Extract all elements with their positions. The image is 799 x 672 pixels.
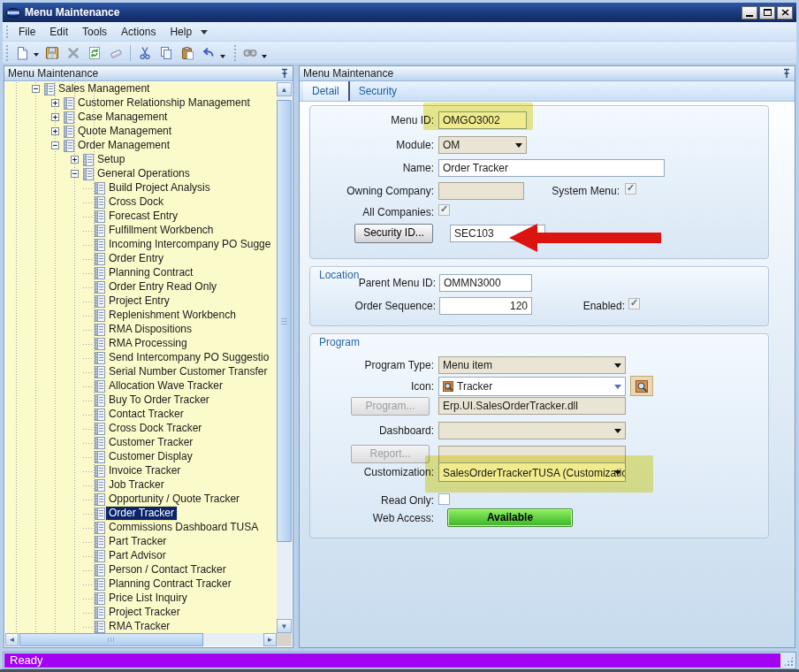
tree-item[interactable]: Build Project Analysis (5, 181, 277, 195)
menubar-grip[interactable] (5, 25, 9, 38)
scroll-right-icon[interactable]: ► (263, 633, 277, 646)
customization-dropdown[interactable]: SalesOrderTrackerTUSA (Customizatic (438, 462, 626, 482)
icon-dropdown[interactable]: Tracker (438, 377, 626, 396)
horizontal-scroll-thumb[interactable] (19, 633, 203, 646)
new-dropdown-icon[interactable] (34, 53, 39, 59)
tree-item-label[interactable]: Price List Inquiry (106, 592, 190, 605)
delete-button[interactable] (63, 43, 84, 63)
tree-item-label[interactable]: Customer Relationship Management (75, 96, 253, 110)
expand-icon[interactable]: + (51, 113, 59, 121)
tree-item[interactable]: Incoming Intercompany PO Sugge (5, 238, 277, 252)
menu-item-help[interactable]: Help (163, 23, 199, 41)
tree-item-label[interactable]: Planning Contract Tracker (106, 577, 234, 591)
expand-icon[interactable]: + (51, 99, 59, 107)
tree-item[interactable]: Commissions Dashboard TUSA (5, 521, 277, 535)
tree-item-label[interactable]: Replenishment Workbench (106, 309, 239, 322)
tree-item[interactable]: Contact Tracker (5, 408, 277, 422)
scroll-up-icon[interactable]: ▲ (277, 82, 292, 96)
close-button[interactable] (777, 6, 793, 19)
tree-item[interactable]: RMA Dispositions (5, 323, 277, 337)
find-button[interactable] (240, 43, 261, 63)
tree-item[interactable]: Invoice Tracker (5, 464, 277, 478)
maximize-button[interactable] (759, 6, 775, 19)
name-field[interactable]: Order Tracker (438, 159, 665, 177)
tree-item-label[interactable]: Customer Display (106, 450, 195, 463)
tree-item-label[interactable]: Allocation Wave Tracker (106, 379, 225, 393)
tree-item[interactable]: Project Entry (5, 294, 277, 309)
copy-button[interactable] (156, 43, 177, 63)
tree-item-label[interactable]: Cross Dock (106, 195, 166, 209)
tree-item-label[interactable]: Fulfillment Workbench (106, 224, 217, 237)
tree-item-label[interactable]: Send Intercompany PO Suggestio (106, 351, 271, 364)
tree-item[interactable]: −General Operations (5, 167, 277, 181)
pin-icon[interactable] (782, 68, 791, 79)
tree-item-label[interactable]: Case Management (75, 111, 170, 124)
tree-item[interactable]: Opportunity / Quote Tracker (5, 493, 277, 507)
scroll-left-icon[interactable]: ◄ (5, 633, 19, 646)
tree-item[interactable]: Customer Display (5, 450, 277, 464)
undo-button[interactable] (198, 43, 219, 63)
enabled-checkbox[interactable] (628, 298, 640, 309)
tree-item[interactable]: Project Tracker (5, 606, 277, 620)
chevron-down-icon[interactable] (611, 463, 625, 481)
scroll-down-icon[interactable]: ▼ (277, 619, 292, 633)
tree-item-label[interactable]: Person / Contact Tracker (106, 563, 229, 577)
tree-item-label[interactable]: Project Tracker (106, 606, 183, 619)
web-access-button[interactable]: Available (447, 508, 573, 527)
dashboard-dropdown[interactable] (438, 422, 626, 439)
collapse-icon[interactable]: − (71, 170, 79, 178)
tree-item[interactable]: −Sales Management (5, 82, 277, 96)
tree-item-label[interactable]: Setup (95, 153, 127, 166)
chevron-down-icon[interactable] (611, 357, 625, 373)
menu-id-field[interactable]: OMGO3002 (438, 111, 527, 129)
tab-security[interactable]: Security (350, 81, 406, 101)
menu-item-edit[interactable]: Edit (42, 23, 75, 41)
chevron-down-icon[interactable] (611, 378, 625, 395)
security-id-button[interactable]: Security ID... (354, 224, 433, 243)
tree-item[interactable]: Send Intercompany PO Suggestio (5, 351, 277, 365)
tree-item-label[interactable]: Serial Number Customer Transfer (106, 365, 270, 378)
tree-item-label[interactable]: General Operations (95, 167, 193, 180)
expand-icon[interactable]: + (51, 127, 59, 135)
tab-detail[interactable]: Detail (303, 81, 350, 101)
tree-item-label[interactable]: Project Entry (106, 294, 172, 308)
parent-menu-id-field[interactable]: OMMN3000 (439, 274, 532, 292)
tree-item-label[interactable]: Sales Management (56, 82, 152, 95)
vertical-scroll-thumb[interactable] (277, 100, 292, 542)
tree-item[interactable]: Replenishment Workbench (5, 309, 277, 323)
chevron-down-icon[interactable] (611, 423, 625, 439)
menu-item-actions[interactable]: Actions (114, 23, 163, 41)
tree-item-label[interactable]: RMA Tracker (106, 620, 172, 633)
tree-item-label[interactable]: Contact Tracker (106, 408, 186, 421)
tree-item-label[interactable]: Invoice Tracker (106, 464, 183, 477)
tree-item[interactable]: Allocation Wave Tracker (5, 379, 277, 393)
tree-item-label[interactable]: Order Management (75, 139, 172, 152)
undo-dropdown-icon[interactable] (220, 55, 225, 61)
collapse-icon[interactable]: − (51, 141, 59, 149)
tree-item-label[interactable]: Forecast Entry (106, 210, 180, 223)
tree-item[interactable]: +Case Management (5, 111, 277, 125)
tree-item-label[interactable]: Order Entry Read Only (106, 280, 219, 294)
tree-item-label[interactable]: Planning Contract (106, 266, 195, 279)
tree-item[interactable]: Order Entry (5, 252, 277, 266)
tree-item-label[interactable]: Job Tracker (106, 478, 167, 492)
tree-item-label[interactable]: Order Entry (106, 252, 166, 265)
refresh-button[interactable] (84, 43, 105, 63)
tree-item[interactable]: −Order Management (5, 139, 277, 153)
tree-item[interactable]: +Quote Management (5, 125, 277, 139)
new-button[interactable] (11, 43, 33, 63)
tree-item-label[interactable]: Buy To Order Tracker (106, 393, 212, 407)
tree-item[interactable]: Cross Dock (5, 195, 277, 210)
tree-item[interactable]: Forecast Entry (5, 210, 277, 224)
expand-icon[interactable]: + (71, 156, 79, 164)
minimize-button[interactable] (742, 6, 757, 19)
tree-item-label[interactable]: Part Advisor (106, 549, 169, 562)
tree-item[interactable]: RMA Processing (5, 337, 277, 351)
tree-item[interactable]: +Setup (5, 153, 277, 167)
tree-item[interactable]: Order Entry Read Only (5, 280, 277, 294)
tree-item[interactable]: Planning Contract (5, 266, 277, 280)
tree-item[interactable]: Job Tracker (5, 478, 277, 493)
tree-item-label[interactable]: Quote Management (75, 125, 174, 138)
tree-item[interactable]: Customer Tracker (5, 436, 277, 450)
tree-item[interactable]: Fulfillment Workbench (5, 224, 277, 238)
